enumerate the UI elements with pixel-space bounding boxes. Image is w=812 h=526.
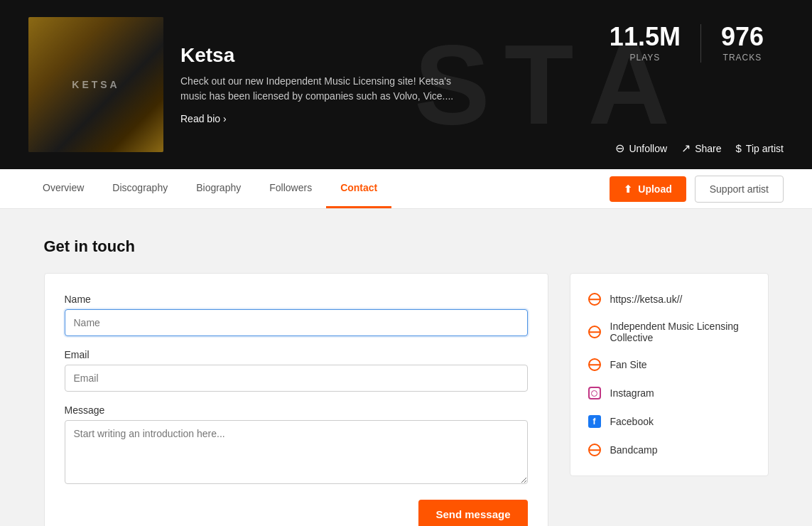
email-label: Email bbox=[65, 349, 528, 360]
nav-actions: ⬆ Upload Support artist bbox=[610, 176, 784, 203]
header-actions: ⊖ Unfollow ↗ Share $ Tip artist bbox=[615, 141, 784, 155]
support-artist-button[interactable]: Support artist bbox=[695, 176, 784, 203]
link-website[interactable]: https://ketsa.uk// bbox=[582, 285, 757, 313]
read-bio-link[interactable]: Read bio › bbox=[180, 113, 227, 124]
artist-name: Ketsa bbox=[180, 44, 573, 67]
upload-icon: ⬆ bbox=[624, 183, 632, 195]
tab-discography[interactable]: Discography bbox=[98, 169, 182, 208]
tab-contact[interactable]: Contact bbox=[326, 169, 391, 208]
name-label: Name bbox=[65, 294, 528, 305]
tab-biography[interactable]: Biography bbox=[182, 169, 255, 208]
globe-icon-website bbox=[588, 292, 602, 306]
globe-icon-bandcamp bbox=[588, 443, 602, 457]
website-url: https://ketsa.uk// bbox=[610, 294, 683, 305]
send-message-button[interactable]: Send message bbox=[418, 500, 527, 526]
bandcamp-text: Bandcamp bbox=[610, 444, 658, 456]
contact-layout: Name Email Message Send message h bbox=[44, 273, 769, 526]
section-title: Get in touch bbox=[44, 237, 769, 256]
plays-value: 11.5M bbox=[610, 24, 681, 50]
email-input[interactable] bbox=[65, 365, 528, 392]
plays-label: PLAYS bbox=[610, 53, 681, 63]
nav-tabs: Overview Discography Biography Followers… bbox=[28, 169, 610, 208]
nav-bar: Overview Discography Biography Followers… bbox=[0, 169, 812, 209]
artist-bio: Check out our new Independent Music Lice… bbox=[180, 74, 465, 104]
link-fansite[interactable]: Fan Site bbox=[582, 350, 757, 379]
main-content: Get in touch Name Email Message Send mes… bbox=[16, 209, 797, 526]
form-actions: Send message bbox=[65, 500, 528, 526]
message-group: Message bbox=[65, 404, 528, 487]
link-facebook[interactable]: f Facebook bbox=[582, 407, 757, 436]
email-group: Email bbox=[65, 349, 528, 392]
upload-button[interactable]: ⬆ Upload bbox=[610, 176, 686, 202]
instagram-icon bbox=[588, 386, 602, 400]
message-label: Message bbox=[65, 404, 528, 416]
message-textarea[interactable] bbox=[65, 420, 528, 484]
globe-icon-imlc bbox=[588, 325, 602, 339]
share-button[interactable]: ↗ Share bbox=[681, 141, 721, 155]
contact-form-card: Name Email Message Send message bbox=[44, 273, 548, 526]
tab-overview[interactable]: Overview bbox=[28, 169, 98, 208]
dollar-icon: $ bbox=[736, 142, 742, 154]
globe-icon-fansite bbox=[588, 358, 602, 372]
tip-artist-button[interactable]: $ Tip artist bbox=[736, 142, 784, 154]
artist-avatar bbox=[28, 17, 163, 152]
unfollow-button[interactable]: ⊖ Unfollow bbox=[615, 141, 667, 155]
artist-header: S T A Ketsa Check out our new Independen… bbox=[0, 0, 812, 169]
share-icon: ↗ bbox=[681, 141, 691, 155]
tracks-stat: 976 TRACKS bbox=[700, 24, 784, 63]
tracks-label: TRACKS bbox=[721, 53, 764, 63]
link-imlc[interactable]: Independent Music Licensing Collective bbox=[582, 313, 757, 350]
instagram-text: Instagram bbox=[610, 387, 654, 399]
artist-info: Ketsa Check out our new Independent Musi… bbox=[180, 44, 573, 125]
imlc-text: Independent Music Licensing Collective bbox=[610, 321, 751, 343]
tab-followers[interactable]: Followers bbox=[255, 169, 326, 208]
name-input[interactable] bbox=[65, 309, 528, 336]
facebook-icon: f bbox=[588, 414, 602, 429]
link-bandcamp[interactable]: Bandcamp bbox=[582, 436, 757, 464]
links-card: https://ketsa.uk// Independent Music Lic… bbox=[570, 273, 769, 476]
name-group: Name bbox=[65, 294, 528, 336]
tracks-value: 976 bbox=[721, 24, 764, 50]
plays-stat: 11.5M PLAYS bbox=[590, 24, 700, 63]
fansite-text: Fan Site bbox=[610, 359, 647, 370]
facebook-text: Facebook bbox=[610, 416, 654, 427]
link-instagram[interactable]: Instagram bbox=[582, 379, 757, 407]
stats-section: 11.5M PLAYS 976 TRACKS bbox=[590, 24, 784, 63]
unfollow-icon: ⊖ bbox=[615, 141, 624, 155]
